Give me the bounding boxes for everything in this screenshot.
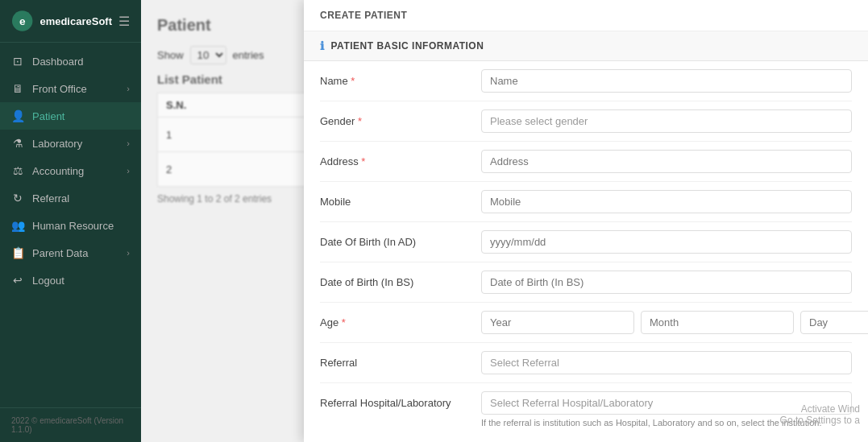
sidebar-item-front-office[interactable]: 🖥 Front Office › (0, 75, 141, 102)
show-label: Show (157, 49, 184, 61)
referral-select[interactable]: Select Referral (481, 351, 852, 374)
sidebar-nav: ⊡ Dashboard 🖥 Front Office › 👤 Patient ⚗… (0, 43, 141, 407)
dob-bs-input[interactable] (481, 271, 852, 294)
address-input[interactable] (481, 150, 852, 173)
age-day-input[interactable] (800, 311, 868, 334)
sidebar-item-human-resource[interactable]: 👥 Human Resource (0, 212, 141, 239)
create-patient-header: CREATE PATIENT (304, 0, 868, 31)
gender-select[interactable]: Please select gender Male Female Other (481, 109, 852, 133)
dob-bs-row: Date of Birth (In BS) (320, 262, 852, 303)
address-label: Address * (320, 155, 481, 167)
main-area: Patient Show 10 entries List Patient S.N… (141, 0, 868, 442)
dob-ad-label: Date Of Birth (In AD) (320, 236, 481, 248)
age-month-input[interactable] (641, 311, 794, 334)
form-body: Name * Gender * Please select gender Mal… (304, 61, 868, 442)
hamburger-icon[interactable]: ☰ (118, 14, 130, 29)
referral-hospital-hint: If the referral is institution such as H… (320, 415, 852, 434)
mobile-row: Mobile (320, 182, 852, 222)
sidebar-item-referral[interactable]: ↻ Referral (0, 184, 141, 212)
dob-bs-label: Date of Birth (In BS) (320, 276, 481, 288)
sidebar-item-logout[interactable]: ↩ Logout (0, 266, 141, 294)
chevron-icon: › (127, 166, 130, 176)
chevron-icon: › (127, 138, 130, 148)
age-label: Age * (320, 316, 481, 328)
mobile-input[interactable] (481, 190, 852, 213)
accounting-icon: ⚖ (11, 164, 24, 177)
chevron-icon: › (127, 84, 130, 93)
sidebar-item-patient[interactable]: 👤 Patient (0, 102, 141, 130)
sidebar-item-parent-data[interactable]: 📋 Parent Data › (0, 239, 141, 266)
referral-hospital-label: Referral Hospital/Laboratory (320, 397, 481, 409)
sidebar-item-laboratory[interactable]: ⚗ Laboratory › (0, 130, 141, 157)
create-patient-panel: CREATE PATIENT ℹ PATIENT BASIC INFORMATI… (304, 0, 868, 442)
referral-hospital-select[interactable]: Select Referral Hospital/Laboratory (481, 391, 852, 415)
sidebar: e emedicareSoft ☰ ⊡ Dashboard 🖥 Front Of… (0, 0, 141, 442)
dashboard-icon: ⊡ (11, 55, 24, 68)
dob-ad-row: Date Of Birth (In AD) (320, 222, 852, 262)
dob-ad-input[interactable] (481, 230, 852, 254)
gender-row: Gender * Please select gender Male Femal… (320, 101, 852, 142)
sidebar-item-dashboard[interactable]: ⊡ Dashboard (0, 48, 141, 75)
referral-icon: ↻ (11, 192, 24, 204)
basic-info-section-header: ℹ PATIENT BASIC INFORMATION (304, 31, 868, 61)
name-label: Name * (320, 75, 481, 87)
age-inputs (481, 311, 868, 334)
referral-row: Referral Select Referral (320, 343, 852, 383)
patient-icon: 👤 (11, 109, 24, 122)
entries-label: entries (233, 49, 264, 61)
name-input[interactable] (481, 69, 852, 93)
referral-label: Referral (320, 357, 481, 369)
sidebar-footer: 2022 © emedicareSoft (Version 1.1.0) (0, 407, 141, 442)
info-icon: ℹ (320, 39, 325, 52)
age-year-input[interactable] (481, 311, 634, 334)
parent-data-icon: 📋 (11, 246, 24, 259)
gender-label: Gender * (320, 115, 481, 127)
chevron-icon: › (127, 248, 130, 258)
entries-select[interactable]: 10 (190, 46, 226, 64)
logout-icon: ↩ (11, 274, 24, 287)
address-row: Address * (320, 142, 852, 182)
sidebar-logo: e emedicareSoft ☰ (0, 0, 141, 43)
age-row: Age * (320, 303, 852, 343)
front-office-icon: 🖥 (11, 82, 24, 95)
sidebar-item-accounting[interactable]: ⚖ Accounting › (0, 157, 141, 184)
laboratory-icon: ⚗ (11, 137, 24, 150)
referral-hospital-row: Referral Hospital/Laboratory Select Refe… (320, 383, 852, 442)
name-row: Name * (320, 61, 852, 101)
basic-info-label: PATIENT BASIC INFORMATION (331, 40, 484, 52)
svg-text:e: e (19, 15, 26, 27)
human-resource-icon: 👥 (11, 219, 24, 232)
mobile-label: Mobile (320, 196, 481, 208)
logo-text: emedicareSoft (39, 15, 112, 27)
logo-icon: e (11, 10, 33, 32)
